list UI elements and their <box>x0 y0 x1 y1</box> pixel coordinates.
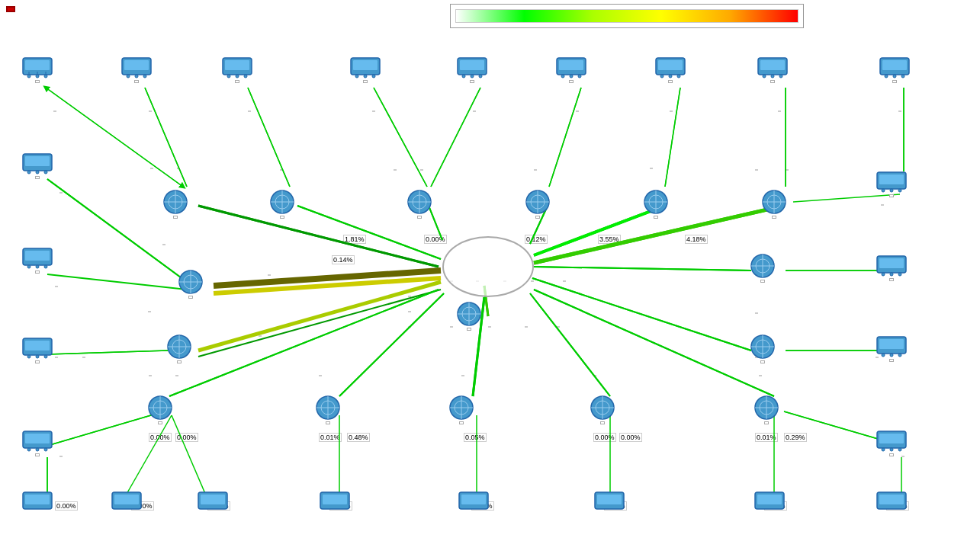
router-label <box>134 80 139 83</box>
pct-marlton-in <box>148 311 151 312</box>
svg-rect-117 <box>882 60 907 70</box>
router-label <box>889 194 894 197</box>
router-label <box>668 80 673 83</box>
router-icon <box>876 428 908 453</box>
svg-point-75 <box>27 75 31 78</box>
pct-s-carolina-down <box>175 375 178 376</box>
pct-flow8 <box>408 311 411 312</box>
router-icon <box>120 55 153 79</box>
svg-point-109 <box>669 75 672 78</box>
svg-rect-122 <box>25 156 50 166</box>
svg-line-8 <box>431 88 480 187</box>
pct-iix-tx-2851 <box>650 168 653 169</box>
svg-point-171 <box>890 273 893 276</box>
router-label <box>35 80 40 83</box>
svg-point-89 <box>236 75 239 78</box>
router-label <box>280 216 284 219</box>
svg-rect-156 <box>25 251 50 261</box>
router-austin-2950c <box>876 169 908 197</box>
router-jc-vpn-3060 <box>452 301 486 331</box>
router-icon <box>197 489 229 514</box>
svg-line-11 <box>549 88 581 187</box>
router-label <box>470 80 474 83</box>
svg-point-176 <box>36 355 39 358</box>
router-icon <box>21 489 53 514</box>
pct-atlanta-b <box>149 110 152 112</box>
router-icon <box>757 189 791 215</box>
router-burrridge-2811 <box>311 395 345 424</box>
router-bottom-5 <box>458 489 490 514</box>
svg-line-49 <box>339 293 444 396</box>
pct-chicago-in <box>162 244 165 245</box>
router-auburn-2811 <box>445 395 478 424</box>
svg-point-154 <box>898 189 901 192</box>
svg-line-6 <box>374 88 427 187</box>
pct-flow5 <box>531 280 534 282</box>
svg-rect-221 <box>879 434 904 443</box>
svg-line-5 <box>248 88 290 187</box>
svg-line-47 <box>169 290 439 396</box>
svg-rect-97 <box>460 60 484 70</box>
svg-point-152 <box>882 189 885 192</box>
svg-rect-107 <box>658 60 683 70</box>
pct-lisle-up <box>394 169 397 171</box>
logo <box>6 6 15 12</box>
router-westny-2960 <box>555 55 587 83</box>
svg-line-7 <box>374 88 427 187</box>
router-icon <box>159 189 192 215</box>
pct-trenton <box>759 375 762 376</box>
svg-rect-238 <box>757 495 782 504</box>
router-trenton-2811 <box>750 395 783 424</box>
svg-point-170 <box>882 273 885 276</box>
pct-sc-sub2: 0.00% <box>175 433 198 442</box>
pct-carrollton-2960 <box>248 110 251 112</box>
svg-line-40 <box>532 267 751 270</box>
svg-line-37 <box>198 290 441 357</box>
pct-chicago-6506 <box>59 192 63 194</box>
router-label <box>417 216 422 219</box>
pct-atlanta-down <box>177 168 180 169</box>
pct-iix-hub: 3.55% <box>598 235 621 244</box>
svg-line-53 <box>534 290 774 396</box>
router-icon <box>143 395 177 421</box>
router-chicago-6506 <box>21 151 53 179</box>
router-icon <box>221 55 253 79</box>
svg-point-100 <box>479 75 482 78</box>
pct-lisle-down <box>420 169 423 171</box>
router-bottom-2 <box>111 489 143 514</box>
pct-iix-tx-2975 <box>670 110 673 112</box>
svg-point-118 <box>885 75 888 78</box>
router-bottom-4 <box>319 489 351 514</box>
svg-point-115 <box>779 75 782 78</box>
router-label <box>760 280 765 283</box>
router-icon <box>21 55 53 79</box>
router-atlanta-2851 <box>159 189 192 219</box>
svg-point-175 <box>27 355 31 358</box>
router-icon <box>319 489 351 514</box>
svg-rect-74 <box>25 60 50 70</box>
router-icon <box>174 269 207 295</box>
svg-rect-240 <box>879 495 904 504</box>
pct-br-sub2: 0.48% <box>347 433 370 442</box>
svg-rect-228 <box>114 495 139 504</box>
svg-rect-92 <box>353 60 378 70</box>
svg-point-218 <box>36 448 39 451</box>
router-icon <box>876 334 908 358</box>
pct-br-sub1: 0.01% <box>319 433 342 442</box>
router-icon <box>311 395 345 421</box>
router-label <box>535 216 540 219</box>
router-icon <box>876 169 908 194</box>
svg-line-34 <box>214 270 441 286</box>
pct-westny-1841 <box>534 169 537 171</box>
pct-lisle-2924 <box>372 110 375 112</box>
svg-point-123 <box>27 171 31 174</box>
svg-point-95 <box>372 75 375 78</box>
svg-line-52 <box>534 290 774 396</box>
svg-point-158 <box>36 265 39 268</box>
router-netmap-2811 <box>586 395 619 424</box>
svg-rect-226 <box>25 495 50 504</box>
router-icon <box>879 55 911 79</box>
router-icon <box>593 489 625 514</box>
router-label <box>569 80 574 83</box>
svg-point-177 <box>44 355 47 358</box>
